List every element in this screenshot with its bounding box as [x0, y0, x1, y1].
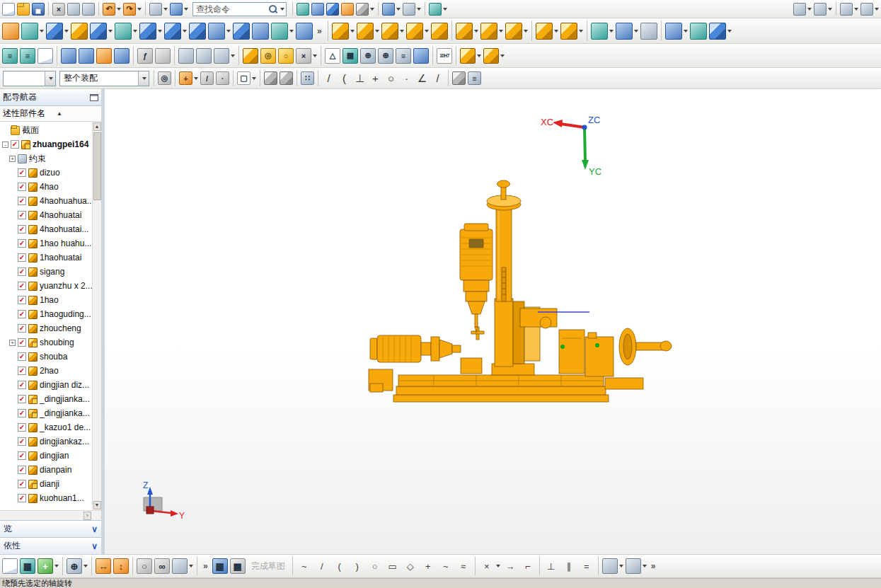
spring-tool-button[interactable]: ◎	[260, 47, 277, 65]
high-quality-image-button[interactable]	[640, 22, 658, 40]
table-grid-button[interactable]: ▦	[342, 47, 359, 65]
tree-item[interactable]: ✓_kazuo1 de...	[0, 420, 92, 434]
process-studio-button[interactable]	[113, 47, 130, 65]
component-checkbox[interactable]: ✓	[18, 352, 26, 361]
snap-midpoint-button[interactable]: ·	[215, 69, 230, 88]
render-style-button[interactable]	[355, 0, 375, 18]
open-file-button[interactable]	[16, 0, 30, 18]
view-orientation-button[interactable]	[149, 0, 168, 18]
trim-body-button[interactable]	[207, 22, 231, 40]
mirror-assembly-button[interactable]	[430, 22, 449, 40]
constraint-navigator-button[interactable]: ≡	[19, 47, 36, 65]
float-window-icon[interactable]	[90, 94, 98, 101]
selection-rectangle-button[interactable]: ▢	[236, 69, 257, 88]
tree-item[interactable]: ✓shouba	[0, 350, 92, 364]
display-object-button[interactable]	[326, 0, 340, 18]
tolerance-10H7-button[interactable]: 10H7	[436, 47, 453, 65]
add-component-button[interactable]	[331, 22, 355, 40]
circle-tool-button[interactable]: ○	[384, 69, 398, 88]
chevron-down-icon[interactable]	[280, 8, 284, 11]
mini-cube-button[interactable]	[451, 69, 466, 88]
modeling-overflow[interactable]: »	[314, 26, 325, 36]
cylinder-tool-button[interactable]	[242, 47, 259, 65]
extrude-button[interactable]	[45, 22, 69, 40]
reflection-analysis-button[interactable]	[664, 22, 689, 40]
graphics-canvas[interactable]: XC YC ZC Z Y	[105, 89, 877, 554]
scroll-down-icon[interactable]: ▼	[93, 501, 101, 509]
tree-item[interactable]: ✓dingjian diz...	[0, 378, 92, 392]
quick-extend-button[interactable]: →	[502, 557, 519, 575]
macro-menu-button[interactable]	[213, 47, 236, 65]
component-checkbox[interactable]: ✓	[18, 282, 26, 290]
measure-distance-button[interactable]	[590, 22, 614, 40]
component-checkbox[interactable]: ✓	[18, 451, 26, 460]
tree-item[interactable]: ✓zhoucheng	[0, 321, 92, 335]
link-curves-button[interactable]: ∞	[154, 557, 171, 575]
sketch-dimensions-button[interactable]	[171, 557, 194, 575]
equal-constraint-button[interactable]: =	[578, 557, 595, 575]
tree-item[interactable]: +约束	[0, 151, 92, 166]
component-checkbox[interactable]: ✓	[18, 494, 26, 502]
tree-item[interactable]: ✓dingjiankaz...	[0, 434, 92, 449]
table-bottom-button[interactable]: ▦	[19, 557, 36, 575]
assembly-navigator-toggle-button[interactable]: ≡	[1, 47, 18, 65]
face-analysis-button[interactable]	[689, 22, 708, 40]
scrollbar-thumb[interactable]	[93, 132, 101, 200]
edge-blend-button[interactable]	[163, 22, 188, 40]
move-component-button[interactable]	[381, 22, 405, 40]
undo-button[interactable]: ↶	[102, 0, 122, 18]
hole-button[interactable]	[89, 22, 113, 40]
component-checkbox[interactable]: ✓	[18, 367, 26, 375]
history-palette-button[interactable]	[96, 47, 113, 65]
unite-button[interactable]	[139, 22, 163, 40]
show-constraints-button[interactable]	[601, 557, 624, 575]
annotation-note-button[interactable]	[813, 0, 833, 18]
component-checkbox[interactable]: ✓	[18, 168, 26, 177]
shade-region-button[interactable]: ▩	[229, 557, 246, 575]
profile-tool-button[interactable]: ~	[296, 557, 313, 575]
boss-feature-button[interactable]	[459, 47, 482, 65]
tree-item[interactable]: ✓dizuo	[0, 166, 92, 180]
circle-sketch-button[interactable]: ○	[367, 557, 384, 575]
arc-sketch-2-button[interactable]: )	[349, 557, 366, 575]
quick-trim-button[interactable]: ×	[478, 557, 501, 575]
slash-tool-button[interactable]: /	[430, 69, 445, 88]
pocket-feature-button[interactable]	[483, 47, 505, 65]
orient-sketch-button[interactable]: ↔	[95, 557, 112, 575]
chamfer-button[interactable]	[188, 22, 207, 40]
expander-plus-icon[interactable]: +	[9, 340, 16, 346]
linear-dimension-button[interactable]	[860, 0, 880, 18]
machine-assembly-model[interactable]	[369, 180, 672, 402]
point-tool-button[interactable]: ·	[399, 69, 414, 88]
point-sketch-button[interactable]: +	[420, 557, 437, 575]
tree-item[interactable]: ✓dianpain	[0, 463, 92, 477]
web-browser-button[interactable]	[78, 47, 95, 65]
reattach-button[interactable]: ⊕	[66, 557, 88, 575]
perpendicular-tool-button[interactable]: ⊥	[352, 69, 367, 88]
component-checkbox[interactable]: ✓	[18, 409, 26, 417]
parallel-constraint-button[interactable]: ∥	[560, 557, 577, 575]
preview-section[interactable]: 览 ∨	[0, 520, 101, 537]
vertical-scrollbar[interactable]: ▲ ▼	[92, 122, 101, 510]
expressions-button[interactable]: ƒ	[137, 47, 154, 65]
section-analysis-button[interactable]	[615, 22, 639, 40]
tree-item[interactable]: ✓1haoguding...	[0, 307, 92, 321]
visual-rules-button[interactable]	[154, 47, 171, 65]
component-checkbox[interactable]: ✓	[18, 338, 26, 347]
scroll-up-icon[interactable]: ▲	[93, 122, 101, 131]
grid-display-button[interactable]: ▦	[212, 557, 229, 575]
component-checkbox[interactable]: ✓	[18, 296, 26, 304]
arc-tool-button[interactable]: (	[337, 69, 352, 88]
tree-item[interactable]: ✓4haohuatai...	[0, 222, 92, 236]
component-checkbox[interactable]: ✓	[11, 140, 19, 149]
exploded-views-button[interactable]	[455, 22, 479, 40]
swept-button[interactable]	[270, 22, 294, 40]
view-combo-dropdown[interactable]	[45, 71, 55, 86]
window-cascade-button[interactable]	[402, 0, 422, 18]
tree-item[interactable]: ✓_dingjianka...	[0, 406, 92, 420]
polygon-sketch-button[interactable]: ◇	[402, 557, 419, 575]
quick-dimension-button[interactable]	[793, 0, 812, 18]
orient-view-button[interactable]: ↕	[113, 557, 129, 575]
surface-finish-button[interactable]	[413, 47, 430, 65]
extrude-mini-button[interactable]	[263, 69, 278, 88]
